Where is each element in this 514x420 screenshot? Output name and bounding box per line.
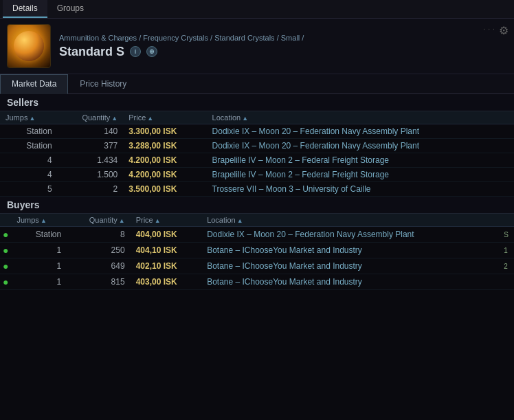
sellers-row[interactable]: Station 377 3.288,00 ISK Dodixie IX – Mo… [0, 139, 514, 153]
buyers-col-location[interactable]: Location▲ [201, 214, 498, 227]
sellers-section: Sellers Jumps▲ Quantity▲ Price▲ Location… [0, 94, 514, 197]
buyers-rows: ● Station 8 404,00 ISK Dodixie IX – Moon… [0, 227, 514, 290]
sellers-row[interactable]: 5 2 3.500,00 ISK Trossere VII – Moon 3 –… [0, 182, 514, 197]
buyers-col-jumps[interactable]: Jumps▲ [11, 214, 67, 227]
sellers-rows: Station 140 3.300,00 ISK Dodixie IX – Mo… [0, 124, 514, 197]
sub-tab-bar: Market Data Price History [0, 74, 514, 94]
top-tab-bar: Details Groups [0, 0, 514, 19]
buyer-qty: 815 [67, 274, 130, 290]
buyer-price: 404,00 ISK [131, 227, 202, 243]
seller-price: 3.288,00 ISK [123, 139, 206, 153]
seller-location: Dodixie IX – Moon 20 – Federation Navy A… [207, 139, 514, 153]
buyer-range: S [498, 227, 514, 243]
sellers-col-location[interactable]: Location▲ [207, 111, 514, 124]
seller-location: Brapelille IV – Moon 2 – Federal Freight… [207, 153, 514, 168]
tab-groups[interactable]: Groups [47, 0, 93, 18]
buyers-row[interactable]: ● 1 815 403,00 ISK Botane – IChooseYou M… [0, 274, 514, 290]
sellers-row[interactable]: Station 140 3.300,00 ISK Dodixie IX – Mo… [0, 124, 514, 139]
buyer-location: Botane – IChooseYou Market and Industry [201, 258, 498, 274]
buyer-range: 1 [498, 243, 514, 258]
buyer-price: 403,00 ISK [131, 274, 202, 290]
buyers-sort-arrow-qty: ▲ [119, 217, 125, 224]
buyers-section: Buyers Jumps▲ Quantity▲ Price▲ Location▲ [0, 197, 514, 290]
item-name-row: Standard S i ⊕ [59, 45, 507, 59]
seller-price: 4.200,00 ISK [123, 168, 206, 182]
buyers-sort-arrow-jumps: ▲ [41, 217, 47, 224]
buyer-location: Dodixie IX – Moon 20 – Federation Navy A… [201, 227, 498, 243]
buyers-col-quantity[interactable]: Quantity▲ [67, 214, 130, 227]
buyer-indicator: ● [0, 274, 11, 290]
item-icon [7, 24, 51, 68]
sellers-row[interactable]: 4 1.434 4.200,00 ISK Brapelille IV – Moo… [0, 153, 514, 168]
item-header: Ammunition & Charges / Frequency Crystal… [0, 19, 514, 74]
sort-arrow-jumps: ▲ [29, 115, 35, 122]
seller-qty: 377 [58, 139, 124, 153]
buyer-qty: 649 [67, 258, 130, 274]
buyer-range: 2 [498, 258, 514, 274]
buyer-price: 404,10 ISK [131, 243, 202, 258]
drag-handle: · · · [483, 24, 495, 34]
buyers-sort-arrow-loc: ▲ [237, 217, 243, 224]
tab-market-data[interactable]: Market Data [0, 74, 68, 94]
info-button[interactable]: i [130, 46, 141, 57]
sellers-col-price[interactable]: Price▲ [123, 111, 206, 124]
buyers-header: Buyers [0, 197, 514, 214]
buyers-table: Jumps▲ Quantity▲ Price▲ Location▲ ● [0, 214, 514, 290]
buyer-location: Botane – IChooseYou Market and Industry [201, 243, 498, 258]
buyers-sort-arrow-price: ▲ [155, 217, 161, 224]
sort-arrow-price: ▲ [147, 115, 153, 122]
seller-price: 3.500,00 ISK [123, 182, 206, 197]
breadcrumb: Ammunition & Charges / Frequency Crystal… [59, 34, 507, 42]
buyer-indicator: ● [0, 243, 11, 258]
compare-button[interactable]: ⊕ [146, 46, 157, 57]
seller-price: 4.200,00 ISK [123, 153, 206, 168]
sellers-col-jumps[interactable]: Jumps▲ [0, 111, 58, 124]
buyers-table-container: Jumps▲ Quantity▲ Price▲ Location▲ ● [0, 214, 514, 290]
item-info: Ammunition & Charges / Frequency Crystal… [59, 34, 507, 59]
seller-qty: 2 [58, 182, 124, 197]
sellers-col-quantity[interactable]: Quantity▲ [58, 111, 124, 124]
buyer-jumps: Station [11, 227, 67, 243]
sellers-row[interactable]: 4 1.500 4.200,00 ISK Brapelille IV – Moo… [0, 168, 514, 182]
item-icon-sphere [14, 31, 44, 61]
buyer-range [498, 274, 514, 290]
sort-arrow-loc: ▲ [242, 115, 248, 122]
buyers-col-range [498, 214, 514, 227]
buyers-row[interactable]: ● 1 649 402,10 ISK Botane – IChooseYou M… [0, 258, 514, 274]
sellers-column-headers: Jumps▲ Quantity▲ Price▲ Location▲ [0, 111, 514, 124]
seller-location: Trossere VII – Moon 3 – University of Ca… [207, 182, 514, 197]
tab-details[interactable]: Details [3, 0, 47, 18]
seller-qty: 1.434 [58, 153, 124, 168]
sellers-header: Sellers [0, 94, 514, 111]
buyer-qty: 250 [67, 243, 130, 258]
seller-jumps: 4 [0, 168, 58, 182]
settings-button[interactable]: ⚙ [499, 24, 509, 37]
buyers-col-price[interactable]: Price▲ [131, 214, 202, 227]
seller-qty: 140 [58, 124, 124, 139]
buyer-indicator: ● [0, 227, 11, 243]
buyers-row[interactable]: ● Station 8 404,00 ISK Dodixie IX – Moon… [0, 227, 514, 243]
buyers-col-indicator [0, 214, 11, 227]
seller-jumps: Station [0, 139, 58, 153]
seller-location: Dodixie IX – Moon 20 – Federation Navy A… [207, 124, 514, 139]
buyer-jumps: 1 [11, 274, 67, 290]
seller-location: Brapelille IV – Moon 2 – Federal Freight… [207, 168, 514, 182]
buyer-location: Botane – IChooseYou Market and Industry [201, 274, 498, 290]
buyer-indicator: ● [0, 258, 11, 274]
buyer-qty: 8 [67, 227, 130, 243]
buyers-row[interactable]: ● 1 250 404,10 ISK Botane – IChooseYou M… [0, 243, 514, 258]
seller-jumps: 5 [0, 182, 58, 197]
buyers-column-headers: Jumps▲ Quantity▲ Price▲ Location▲ [0, 214, 514, 227]
seller-jumps: Station [0, 124, 58, 139]
buyer-jumps: 1 [11, 243, 67, 258]
seller-jumps: 4 [0, 153, 58, 168]
seller-price: 3.300,00 ISK [123, 124, 206, 139]
buyer-price: 402,10 ISK [131, 258, 202, 274]
sellers-table-container: Jumps▲ Quantity▲ Price▲ Location▲ Statio… [0, 111, 514, 197]
seller-qty: 1.500 [58, 168, 124, 182]
buyer-jumps: 1 [11, 258, 67, 274]
tab-price-history[interactable]: Price History [68, 74, 138, 93]
item-name: Standard S [59, 45, 124, 59]
sellers-table: Jumps▲ Quantity▲ Price▲ Location▲ Statio… [0, 111, 514, 197]
sort-arrow-qty: ▲ [111, 115, 118, 122]
